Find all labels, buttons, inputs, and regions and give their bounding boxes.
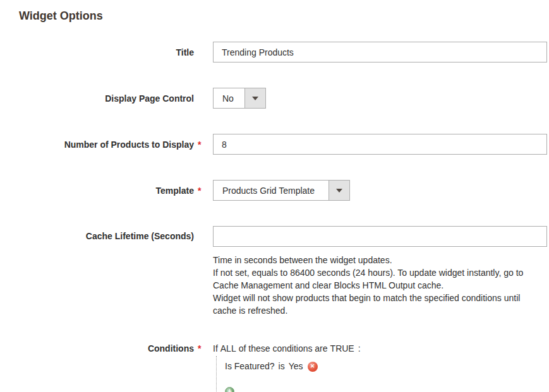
chevron-down-icon <box>244 88 265 108</box>
products-count-label: Number of Products to Display <box>19 138 194 151</box>
add-condition-icon[interactable]: + <box>225 387 234 392</box>
title-label: Title <box>19 46 194 59</box>
field-row-products-count: Number of Products to Display * <box>19 134 528 155</box>
cache-lifetime-input[interactable] <box>213 226 547 247</box>
field-row-template: Template * Products Grid Template <box>19 180 528 201</box>
cache-lifetime-label: Cache Lifetime (Seconds) <box>19 226 194 247</box>
required-asterisk: * <box>194 342 213 355</box>
cache-lifetime-note: Time in seconds between the widget updat… <box>213 254 524 317</box>
template-select[interactable]: Products Grid Template <box>213 180 350 201</box>
conditions-statement-suffix: : <box>358 343 361 353</box>
note-line: Time in seconds between the widget updat… <box>213 254 524 266</box>
note-line: Widget will not show products that begin… <box>213 292 524 317</box>
field-row-display-page-control: Display Page Control No <box>19 88 528 109</box>
field-row-conditions: Conditions * IfALLof these conditions ar… <box>19 342 528 392</box>
remove-condition-icon[interactable]: ✕ <box>308 362 318 372</box>
display-page-control-label: Display Page Control <box>19 92 194 105</box>
template-selected-value: Products Grid Template <box>214 181 329 200</box>
required-asterisk: * <box>194 138 213 151</box>
condition-operator[interactable]: is <box>279 361 285 372</box>
title-input[interactable] <box>213 42 547 62</box>
field-row-cache-lifetime: Cache Lifetime (Seconds) Time in seconds… <box>19 226 528 317</box>
display-page-control-select[interactable]: No <box>213 88 266 109</box>
template-label: Template <box>19 184 194 197</box>
widget-options-panel: Widget Options Title Display Page Contro… <box>0 0 549 392</box>
condition-add-row: + <box>225 386 528 392</box>
conditions-statement-middle: of these conditions are <box>239 343 328 353</box>
field-row-title: Title <box>19 42 528 62</box>
display-page-control-selected-value: No <box>214 88 244 108</box>
condition-attribute: Is Featured? <box>225 361 275 372</box>
chevron-down-icon <box>329 181 349 200</box>
conditions-statement: IfALLof these conditions areTRUE: <box>213 342 528 355</box>
note-line: If not set, equals to 86400 seconds (24 … <box>213 266 524 292</box>
required-asterisk: * <box>194 184 213 197</box>
conditions-tree: Is Featured? is Yes ✕ + <box>216 356 528 392</box>
conditions-aggregator[interactable]: ALL <box>220 343 236 353</box>
products-count-input[interactable] <box>213 134 547 155</box>
conditions-statement-prefix: If <box>213 343 218 353</box>
condition-row: Is Featured? is Yes ✕ <box>225 361 528 372</box>
condition-value[interactable]: Yes <box>289 361 303 372</box>
page-title: Widget Options <box>19 8 528 23</box>
conditions-label: Conditions <box>19 342 194 355</box>
conditions-flag[interactable]: TRUE <box>330 343 354 353</box>
